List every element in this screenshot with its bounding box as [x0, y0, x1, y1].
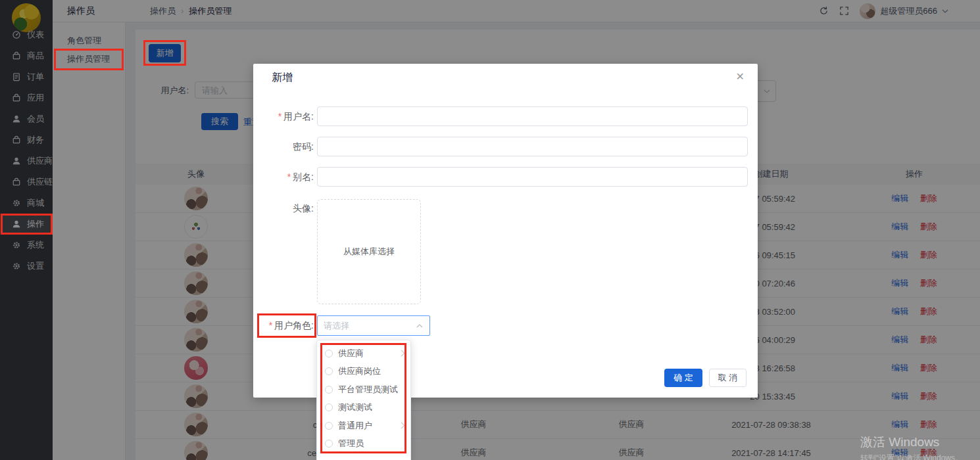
role-field-row: *用户角色: 请选择 [253, 315, 758, 336]
dropdown-option[interactable]: 测试测试 [317, 399, 410, 417]
watermark-line2: 转到“设置”以激活 Windows。 [860, 453, 963, 460]
radio-icon [325, 367, 333, 375]
screen: 仪表 商品 订单 应用 会员 财务 供应 [0, 0, 980, 460]
required-asterisk: * [278, 111, 282, 122]
role-field-label: 用户角色: [274, 320, 314, 331]
username-field-label: 用户名: [283, 111, 314, 122]
dropdown-option-label: 管理员 [338, 438, 364, 449]
username-field[interactable] [317, 106, 748, 126]
role-select-placeholder: 请选择 [324, 320, 349, 332]
dropdown-option-label: 平台管理员测试 [338, 384, 398, 396]
watermark-line1: 激活 Windows [860, 434, 963, 451]
radio-icon [325, 422, 333, 430]
chevron-right-icon [399, 350, 405, 357]
close-icon[interactable]: ✕ [736, 72, 745, 82]
radio-icon [325, 350, 333, 357]
required-asterisk: * [287, 172, 291, 182]
windows-watermark: 激活 Windows 转到“设置”以激活 Windows。 [860, 434, 963, 460]
dropdown-option[interactable]: 供应商岗位 [317, 363, 410, 381]
dropdown-option[interactable]: 供应商 [317, 344, 410, 363]
modal-title: 新增 [272, 71, 293, 85]
upload-text: 从媒体库选择 [343, 246, 395, 258]
cancel-button[interactable]: 取 消 [709, 369, 747, 387]
chevron-up-icon [416, 324, 423, 328]
password-field-row: 密码: [253, 137, 758, 156]
role-select[interactable]: 请选择 [317, 315, 430, 336]
alias-field-row: *别名: [253, 167, 758, 187]
radio-icon [325, 386, 333, 394]
dropdown-option[interactable]: 平台管理员测试 [317, 380, 410, 399]
radio-icon [325, 403, 333, 411]
media-library-upload[interactable]: 从媒体库选择 [317, 199, 421, 304]
dropdown-option[interactable]: 管理员 [317, 435, 410, 453]
dropdown-option-label: 供应商岗位 [338, 365, 381, 377]
password-field-label: 密码: [253, 137, 314, 156]
dropdown-option-label: 普通用户 [338, 420, 372, 432]
avatar-field-row: 头像: 从媒体库选择 [253, 199, 758, 304]
dropdown-option-label: 测试测试 [338, 402, 372, 413]
confirm-button[interactable]: 确 定 [664, 369, 702, 387]
alias-field[interactable] [317, 167, 748, 187]
dropdown-option[interactable]: 普通用户 [317, 417, 410, 435]
password-field[interactable] [317, 137, 748, 156]
avatar-field-label: 头像: [253, 199, 314, 304]
role-dropdown: 供应商 供应商岗位 平台管理员测试 测试测试 普通用户 管理员 [316, 340, 411, 460]
radio-icon [325, 440, 333, 448]
alias-field-label: 别名: [293, 172, 314, 182]
chevron-right-icon [399, 423, 405, 429]
required-asterisk: * [269, 320, 272, 331]
dropdown-option-label: 供应商 [338, 348, 364, 359]
username-field-row: *用户名: [253, 106, 758, 126]
